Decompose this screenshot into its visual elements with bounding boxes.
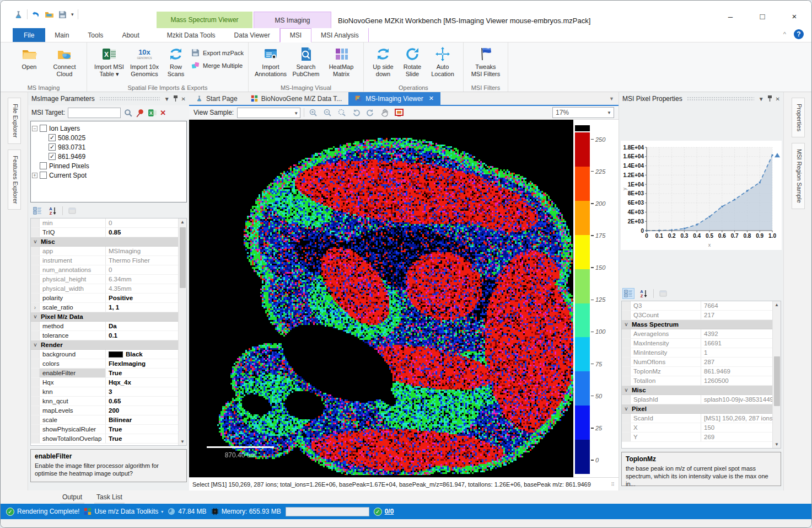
merge-multiple-button[interactable]: Merge Multiple bbox=[191, 61, 244, 70]
panel-dropdown-icon[interactable]: ▼ bbox=[759, 96, 764, 102]
property-value[interactable]: 1 bbox=[701, 349, 772, 356]
rotate-left-icon[interactable] bbox=[351, 107, 362, 118]
zoom-level-combo[interactable]: 17% ▼ bbox=[552, 107, 614, 118]
import-10x-genomics-button[interactable]: 10xGENOMICS Import 10x Genomics bbox=[127, 45, 162, 78]
msi-image-canvas[interactable] bbox=[189, 120, 573, 475]
property-row[interactable]: ScanId[MS1] 150,269, 287 ions; bbox=[622, 414, 772, 423]
property-row[interactable]: colorsFlexImaging bbox=[31, 359, 178, 369]
save-icon[interactable] bbox=[58, 10, 67, 19]
panel-close-icon[interactable]: ✕ bbox=[776, 96, 780, 102]
categorized-view-icon[interactable] bbox=[31, 205, 44, 216]
property-row[interactable]: num_annotations0 bbox=[31, 265, 178, 275]
property-row[interactable]: tolerance0.1 bbox=[31, 331, 178, 340]
property-row[interactable]: methodDa bbox=[31, 322, 178, 331]
property-row[interactable]: MinIntensity1 bbox=[622, 348, 772, 358]
maximize-button[interactable]: □ bbox=[756, 12, 768, 21]
zoom-reset-icon[interactable] bbox=[336, 107, 347, 118]
property-row[interactable]: scaleBilinear bbox=[31, 415, 178, 425]
msi-target-input[interactable] bbox=[68, 108, 121, 118]
upside-down-button[interactable]: Up side down bbox=[368, 45, 398, 78]
property-value[interactable]: 0.85 bbox=[106, 229, 178, 236]
checkbox[interactable] bbox=[40, 162, 47, 169]
property-row[interactable]: HqxHqx_4x bbox=[31, 378, 178, 387]
property-value[interactable]: [MS1] 150,269, 287 ions; bbox=[701, 415, 772, 422]
property-row[interactable]: TotalIon1260500 bbox=[622, 376, 772, 386]
property-row[interactable]: MaxIntensity16691 bbox=[622, 339, 772, 348]
collapse-ribbon-icon[interactable]: ^ bbox=[783, 31, 786, 38]
property-row[interactable]: polarityPositive bbox=[31, 294, 178, 303]
property-row[interactable]: knn_qcut0.65 bbox=[31, 397, 178, 406]
property-category-row[interactable]: ˅Misc bbox=[622, 386, 772, 395]
panel-dropdown-icon[interactable]: ▼ bbox=[164, 96, 170, 102]
property-row[interactable]: TrIQ0.85 bbox=[31, 228, 178, 237]
auto-location-button[interactable]: Auto Location bbox=[427, 45, 459, 78]
tab-mzkit-data-tools[interactable]: Mzkit Data Tools bbox=[158, 28, 225, 42]
screenshot-icon[interactable] bbox=[394, 107, 405, 118]
rotate-right-icon[interactable] bbox=[365, 107, 376, 118]
clear-target-icon[interactable]: ✕ bbox=[160, 109, 166, 117]
heatmap-matrix-button[interactable]: HeatMap Matrix bbox=[324, 45, 359, 78]
dock-tab-file-explorer[interactable]: File Explorer bbox=[8, 98, 21, 144]
tree-item-861-9469[interactable]: ✓861.9469 bbox=[32, 152, 185, 161]
property-value[interactable]: 200 bbox=[106, 407, 178, 414]
property-row[interactable]: showPhysicalRulerTrue bbox=[31, 425, 178, 434]
checkbox[interactable]: ✓ bbox=[49, 134, 56, 141]
property-row[interactable]: knn3 bbox=[31, 387, 178, 397]
dock-tab-properties[interactable]: Properties bbox=[792, 98, 805, 137]
minimize-button[interactable]: – bbox=[724, 12, 736, 21]
qat-dropdown-icon[interactable]: ▾ bbox=[71, 12, 74, 17]
tab-ms-imaging-viewer[interactable]: MS-Imaging Viewer ✕ bbox=[348, 92, 440, 105]
tab-close-icon[interactable]: ✕ bbox=[429, 95, 434, 102]
property-value[interactable]: 0 bbox=[106, 220, 178, 226]
categorized-view-icon[interactable] bbox=[622, 288, 634, 299]
right-grid-scrollbar[interactable]: ▲▼ bbox=[772, 301, 781, 448]
connect-cloud-button[interactable]: Connect Cloud bbox=[47, 45, 82, 78]
property-row[interactable]: instrumentThermo Fisher bbox=[31, 256, 178, 265]
help-icon[interactable]: ? bbox=[794, 29, 804, 39]
zoom-out-icon[interactable] bbox=[322, 107, 333, 118]
property-value[interactable]: splash10-09jv-385314493 bbox=[701, 396, 772, 403]
pin-target-icon[interactable] bbox=[136, 108, 145, 118]
property-value[interactable]: MSImaging bbox=[106, 248, 178, 254]
undo-icon[interactable] bbox=[31, 10, 41, 19]
property-row[interactable]: mapLevels200 bbox=[31, 406, 178, 415]
property-row[interactable]: X150 bbox=[622, 423, 772, 433]
tab-mz-data[interactable]: BioNovoGene M/Z Data T... bbox=[244, 92, 349, 105]
property-value[interactable]: Hqx_4x bbox=[106, 379, 178, 386]
drag-handle[interactable] bbox=[99, 97, 160, 101]
drag-handle[interactable] bbox=[687, 97, 754, 101]
property-value[interactable]: 217 bbox=[701, 312, 772, 318]
property-value[interactable]: True bbox=[106, 435, 178, 442]
tree-item-508-0025[interactable]: ✓508.0025 bbox=[32, 133, 185, 142]
property-value[interactable]: 1260500 bbox=[701, 377, 772, 384]
tab-file[interactable]: File bbox=[13, 28, 45, 42]
tab-list-dropdown-icon[interactable]: ▼ bbox=[609, 96, 614, 102]
tab-msi-analysis[interactable]: MSI Analysis bbox=[311, 28, 368, 42]
task-counter[interactable]: ✓ 0/0 bbox=[374, 508, 394, 516]
import-annotations-button[interactable]: Import Annotations bbox=[253, 45, 288, 78]
property-value[interactable]: FlexImaging bbox=[106, 360, 178, 367]
checkbox[interactable] bbox=[40, 172, 47, 179]
property-value[interactable]: 269 bbox=[701, 434, 772, 440]
property-value[interactable]: 1, 1 bbox=[106, 304, 178, 311]
tab-main[interactable]: Main bbox=[45, 28, 78, 42]
property-value[interactable]: Bilinear bbox=[106, 417, 178, 423]
property-row[interactable]: SplashIdsplash10-09jv-385314493 bbox=[622, 395, 772, 404]
tree-item-current-spot[interactable]: +Current Spot bbox=[32, 170, 185, 180]
property-category-row[interactable]: ˅Misc bbox=[31, 237, 178, 247]
panel-pin-icon[interactable] bbox=[767, 95, 772, 103]
property-row[interactable]: NumOfIons287 bbox=[622, 358, 772, 367]
tab-start-page[interactable]: Start Page bbox=[189, 92, 244, 105]
property-value[interactable]: 3 bbox=[106, 388, 178, 395]
rotate-slide-button[interactable]: Rotate Slide bbox=[398, 45, 427, 78]
property-value[interactable]: Thermo Fisher bbox=[106, 257, 178, 264]
pan-hand-icon[interactable] bbox=[379, 107, 390, 118]
property-row[interactable]: showTotalIonOverlapTrue bbox=[31, 434, 178, 444]
checkbox[interactable] bbox=[40, 125, 47, 132]
tree-item-983-0731[interactable]: ✓983.0731 bbox=[32, 142, 185, 152]
checkbox[interactable]: ✓ bbox=[49, 143, 56, 151]
tab-data-viewer[interactable]: Data Viewer bbox=[225, 28, 279, 42]
left-grid-scrollbar[interactable]: ▲▼ bbox=[178, 218, 186, 445]
collapse-icon[interactable]: − bbox=[32, 126, 37, 131]
tree-item-pinned-pixels[interactable]: Pinned Pixels bbox=[32, 161, 185, 170]
